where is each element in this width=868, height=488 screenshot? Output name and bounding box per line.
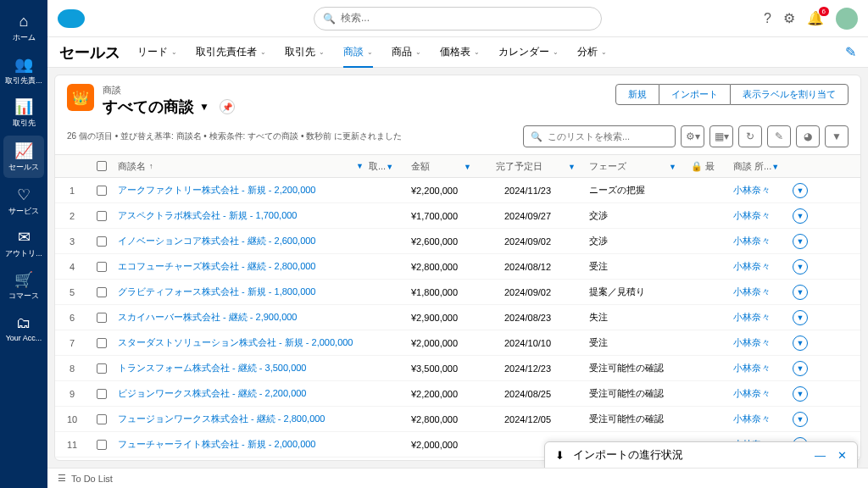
edit-list-button[interactable]: ✎ (767, 125, 791, 147)
chevron-down-icon[interactable]: ▼ (356, 162, 364, 170)
import-button[interactable]: インポート (659, 84, 730, 105)
nav-item-取引先[interactable]: 取引先 ⌄ (285, 45, 325, 59)
row-checkbox[interactable] (97, 313, 107, 323)
salesforce-logo (58, 9, 85, 28)
row-menu-button[interactable]: ▼ (793, 208, 808, 224)
row-checkbox[interactable] (97, 236, 107, 247)
row-checkbox[interactable] (97, 262, 107, 272)
setup-icon[interactable]: ⚙ (783, 10, 795, 26)
list-search-input[interactable]: 🔍 このリストを検索... (523, 125, 676, 147)
opportunity-link[interactable]: トランスフォーム株式会社 - 継続 - 3,500,000 (118, 362, 307, 374)
sidebar-item-2[interactable]: 📊取引先 (0, 92, 47, 134)
select-all-checkbox[interactable] (97, 161, 107, 171)
filter-button[interactable]: ▼ (825, 125, 849, 147)
sidebar-item-4[interactable]: ♡サービス (0, 180, 47, 222)
user-avatar[interactable] (836, 8, 858, 30)
opportunity-link[interactable]: ビジョンワークス株式会社 - 継続 - 2,200,000 (118, 387, 307, 400)
row-menu-button[interactable]: ▼ (793, 386, 808, 402)
sidebar-item-0[interactable]: ⌂ホーム (0, 7, 47, 49)
notifications-icon[interactable]: 🔔6 (807, 10, 824, 26)
row-menu-button[interactable]: ▼ (793, 183, 808, 198)
owner-link[interactable]: 小林奈々 (733, 388, 771, 398)
row-number: 1 (55, 186, 89, 196)
nav-item-商談[interactable]: 商談 ⌄ (343, 45, 373, 68)
col-amount[interactable]: 金額▼ (411, 160, 496, 173)
col-forecast[interactable]: 🔒 最 (691, 160, 733, 173)
owner-link[interactable]: 小林奈々 (733, 261, 771, 271)
close-icon[interactable]: ✕ (837, 449, 847, 462)
nav-item-価格表[interactable]: 価格表 ⌄ (440, 45, 480, 59)
help-icon[interactable]: ? (764, 11, 771, 26)
global-search[interactable]: 🔍 検索... (314, 7, 602, 30)
row-menu-button[interactable]: ▼ (793, 412, 808, 427)
row-checkbox[interactable] (97, 363, 107, 374)
display-as-button[interactable]: ▦▾ (709, 125, 733, 147)
row-checkbox[interactable] (97, 440, 107, 450)
owner-link[interactable]: 小林奈々 (733, 337, 771, 347)
row-menu-button[interactable]: ▼ (793, 361, 808, 376)
row-checkbox[interactable] (97, 389, 107, 399)
row-checkbox[interactable] (97, 211, 107, 221)
todo-label[interactable]: To Do List (71, 474, 113, 484)
sidebar-item-3[interactable]: 📈セールス (3, 136, 44, 178)
date-cell: 2024/11/23 (496, 186, 589, 196)
opportunity-link[interactable]: イノベーションコア株式会社 - 継続 - 2,600,000 (118, 235, 316, 247)
col-name[interactable]: 商談名 ↑▼ (114, 160, 369, 173)
row-checkbox[interactable] (97, 338, 107, 348)
owner-link[interactable]: 小林奈々 (733, 185, 771, 195)
opportunity-link[interactable]: スカイハーバー株式会社 - 継続 - 2,900,000 (118, 311, 298, 324)
owner-link[interactable]: 小林奈々 (733, 210, 771, 220)
phase-cell: 受注 (589, 336, 691, 349)
edit-nav-icon[interactable]: ✎ (845, 44, 856, 60)
pin-icon[interactable]: 📌 (220, 99, 235, 114)
opportunity-link[interactable]: フューチャーライト株式会社 - 新規 - 2,000,000 (118, 438, 316, 451)
nav-item-カレンダー[interactable]: カレンダー ⌄ (498, 45, 559, 59)
row-menu-button[interactable]: ▼ (793, 259, 808, 274)
row-menu-button[interactable]: ▼ (793, 336, 808, 351)
row-menu-button[interactable]: ▼ (793, 285, 808, 300)
nav-item-分析[interactable]: 分析 ⌄ (577, 45, 607, 59)
assign-label-button[interactable]: 表示ラベルを割り当て (730, 84, 849, 105)
row-checkbox[interactable] (97, 414, 107, 424)
col-account[interactable]: 取...▼ (369, 160, 411, 173)
list-settings-button[interactable]: ⚙▾ (681, 125, 704, 147)
opportunity-link[interactable]: スターダストソリューション株式会社 - 新規 - 2,000,000 (118, 336, 353, 349)
col-closedate[interactable]: 完了予定日▼ (496, 160, 589, 173)
row-menu-button[interactable]: ▼ (793, 310, 808, 325)
chevron-down-icon[interactable]: ▼ (199, 101, 209, 113)
row-checkbox[interactable] (97, 186, 107, 196)
opportunity-link[interactable]: アスペクトラボ株式会社 - 新規 - 1,700,000 (118, 209, 298, 222)
date-cell: 2024/08/12 (496, 262, 589, 272)
sidebar-item-1[interactable]: 👥取引先責... (0, 49, 47, 92)
opportunity-link[interactable]: グラビティフォース株式会社 - 新規 - 1,800,000 (118, 286, 316, 298)
phase-cell: 交渉 (589, 209, 691, 222)
date-cell: 2024/09/27 (496, 211, 589, 221)
chart-button[interactable]: ◕ (796, 125, 820, 147)
owner-link[interactable]: 小林奈々 (733, 236, 771, 246)
owner-link[interactable]: 小林奈々 (733, 363, 771, 373)
row-checkbox[interactable] (97, 287, 107, 297)
owner-link[interactable]: 小林奈々 (733, 312, 771, 322)
opportunity-link[interactable]: アークファクトリー株式会社 - 新規 - 2,200,000 (118, 184, 316, 197)
nav-item-リード[interactable]: リード ⌄ (137, 45, 177, 59)
minimize-icon[interactable]: — (815, 449, 826, 462)
nav-item-商品[interactable]: 商品 ⌄ (392, 45, 421, 59)
sidebar-item-7[interactable]: 🗂Your Acc... (0, 307, 47, 349)
table-row: 1 アークファクトリー株式会社 - 新規 - 2,200,000 ¥2,200,… (55, 178, 860, 203)
sidebar-item-5[interactable]: ✉アウトリ... (0, 222, 47, 264)
row-menu-button[interactable]: ▼ (793, 234, 808, 249)
refresh-button[interactable]: ↻ (738, 125, 762, 147)
todo-icon[interactable]: ☰ (58, 473, 66, 484)
sidebar-item-6[interactable]: 🛒コマース (0, 264, 47, 307)
opportunity-link[interactable]: フュージョンワークス株式会社 - 継続 - 2,800,000 (118, 413, 326, 425)
owner-link[interactable]: 小林奈々 (733, 286, 771, 297)
nav-item-取引先責任者[interactable]: 取引先責任者 ⌄ (196, 45, 266, 59)
new-button[interactable]: 新規 (615, 84, 659, 105)
opportunity-link[interactable]: エコフューチャーズ株式会社 - 継続 - 2,800,000 (118, 260, 316, 273)
search-icon: 🔍 (531, 131, 542, 142)
owner-link[interactable]: 小林奈々 (733, 413, 771, 424)
col-owner[interactable]: 商談 所...▼ (733, 160, 793, 173)
col-phase[interactable]: フェーズ▼ (589, 160, 691, 173)
list-view-title[interactable]: すべての商談 (103, 97, 194, 117)
phase-cell: 受注 (589, 260, 691, 273)
